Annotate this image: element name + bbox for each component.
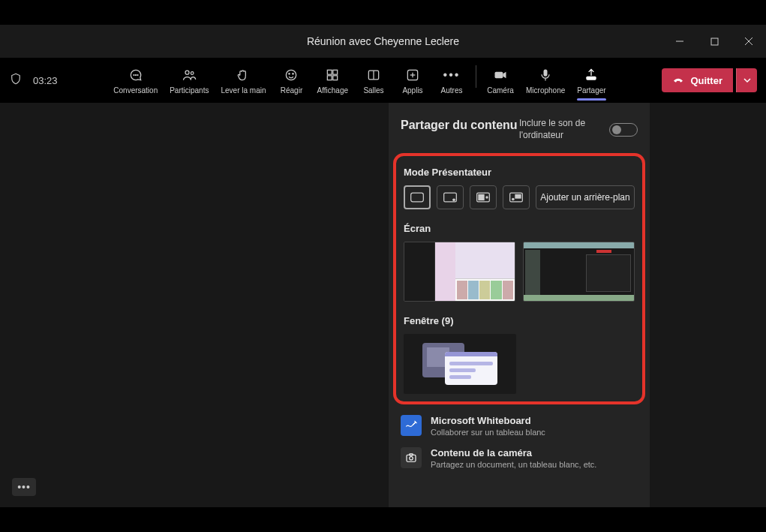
include-audio-toggle[interactable] [609,123,638,137]
svg-rect-1 [711,38,718,45]
svg-point-5 [135,74,136,75]
meeting-toolbar: 03:23 Conversation Participants Lever la… [0,58,766,103]
leave-label: Quitter [690,75,722,86]
svg-rect-23 [587,76,596,80]
plus-box-icon [405,67,420,83]
window-close-button[interactable] [731,25,766,58]
raise-hand-button[interactable]: Lever la main [216,65,270,96]
screen-section-title: Écran [404,223,635,234]
camera-button[interactable]: Caméra [482,65,518,96]
camera-content-option[interactable]: Contenu de la caméra Partagez un documen… [401,447,638,469]
conversation-button[interactable]: Conversation [109,65,162,96]
svg-rect-31 [515,194,521,199]
presenter-mode-reporter[interactable] [503,185,530,209]
svg-point-26 [452,199,455,202]
svg-point-8 [191,71,194,74]
microphone-icon [538,67,553,83]
toolbar-label: Autres [441,86,463,95]
screen-thumbnail-2[interactable] [523,242,635,302]
toolbar-label: Participants [170,86,209,95]
meeting-duration: 03:23 [33,75,58,86]
share-content-panel: Partager du contenu Inclure le son de l'… [389,103,650,507]
shield-icon [9,72,23,89]
window-section-title: Fenêtre (9) [404,315,635,326]
ellipsis-icon: ••• [443,67,461,83]
add-background-button[interactable]: Ajouter un arrière-plan [536,185,635,209]
toolbar-label: Réagir [281,86,302,95]
camera-content-title: Contenu de la caméra [431,447,596,458]
svg-point-6 [137,74,138,75]
hangup-icon [672,74,684,86]
svg-rect-15 [333,75,338,80]
share-tray-icon [584,67,599,83]
svg-point-4 [134,74,134,75]
toolbar-label: Caméra [487,86,514,95]
whiteboard-subtitle: Collaborer sur un tableau blanc [431,428,545,437]
presenter-mode-title: Mode Présentateur [404,167,635,178]
apps-button[interactable]: Applis [395,65,431,96]
whiteboard-title: Microsoft Whiteboard [431,415,545,426]
window-titlebar: Réunion avec Cheyenne Leclere [0,25,766,58]
whiteboard-option[interactable]: Microsoft Whiteboard Collaborer sur un t… [401,415,638,437]
microphone-button[interactable]: Microphone [521,65,569,96]
svg-point-29 [485,197,488,199]
leave-button[interactable]: Quitter [662,68,733,92]
hand-icon [236,67,251,83]
window-minimize-button[interactable] [662,25,697,58]
toolbar-label: Partager [577,86,605,95]
toolbar-label: Affichage [317,86,348,95]
more-button[interactable]: ••• Autres [434,65,470,96]
grid-icon [325,67,340,83]
rooms-icon [366,67,381,83]
toolbar-label: Applis [402,86,422,95]
window-thumbnail-group[interactable] [404,334,516,394]
people-icon [182,67,197,83]
toolbar-label: Conversation [113,86,158,95]
meeting-stage: Partager du contenu Inclure le son de l'… [0,103,766,507]
svg-point-32 [512,198,515,201]
toolbar-label: Salles [363,86,383,95]
toolbar-label: Lever la main [221,86,266,95]
svg-rect-28 [478,194,484,200]
camera-content-subtitle: Partagez un document, un tableau blanc, … [431,460,596,469]
toolbar-separator [476,65,476,88]
camera-content-icon [401,447,422,468]
smile-icon [284,67,299,83]
svg-point-9 [287,70,296,80]
chevron-down-icon [743,76,752,85]
svg-rect-13 [333,70,338,74]
chat-icon [128,67,143,83]
svg-point-10 [289,73,290,74]
whiteboard-icon [401,415,422,436]
svg-point-34 [410,457,413,461]
camera-icon [493,67,508,83]
include-audio-label: Inclure le son de l'ordinateur [519,118,602,141]
participants-button[interactable]: Participants [165,65,213,96]
svg-rect-22 [544,69,548,76]
leave-dropdown-button[interactable] [736,68,757,92]
toolbar-label: Microphone [526,86,565,95]
presenter-mode-standout[interactable] [437,185,464,209]
share-button[interactable]: Partager [572,65,610,96]
view-button[interactable]: Affichage [312,65,353,96]
highlighted-share-options: Mode Présentateur Ajouter un arrière-pla… [393,153,645,404]
meeting-title: Réunion avec Cheyenne Leclere [307,35,459,47]
svg-rect-14 [328,75,332,80]
share-panel-title: Partager du contenu [401,118,518,132]
more-actions-fab[interactable]: ••• [12,478,36,496]
window-maximize-button[interactable] [697,25,731,58]
presenter-mode-side-by-side[interactable] [470,185,497,209]
svg-point-7 [185,71,189,74]
svg-point-11 [293,73,293,74]
react-button[interactable]: Réagir [273,65,309,96]
screen-thumbnail-1[interactable] [404,242,515,302]
svg-rect-12 [328,70,332,74]
svg-rect-21 [495,71,503,77]
presenter-mode-content-only[interactable] [404,185,431,209]
svg-rect-33 [407,455,416,461]
svg-rect-24 [411,193,424,202]
rooms-button[interactable]: Salles [356,65,392,96]
